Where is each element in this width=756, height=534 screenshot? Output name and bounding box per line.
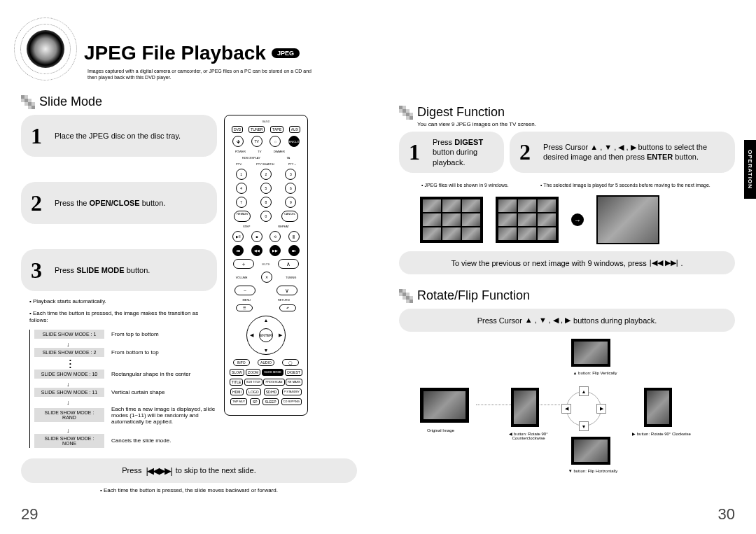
rotate-heading: Rotate/Flip Function (417, 288, 530, 303)
step-number: 3 (31, 258, 48, 283)
down-arrow-icon: ▼ (579, 421, 589, 431)
flip-horizontal-thumb (571, 437, 610, 465)
step-number: 1 (31, 123, 48, 149)
right-label: ▶ button: Rotate 90° Clockwise (630, 431, 693, 436)
skip-slide-bar: Press |◀◀ ▶▶| to skip to the next slide. (21, 458, 357, 483)
power-icon: ⏻ (232, 136, 244, 147)
step-number: 1 (409, 139, 426, 165)
slide-step-1: 1 Place the JPEG disc on the disc tray. (21, 115, 217, 157)
step-number: 2 (31, 190, 48, 216)
slide-step-3: 3 Press SLIDE MODE button. (21, 249, 217, 291)
original-image-thumb (420, 388, 469, 423)
step-text: Place the JPEG disc on the disc tray. (55, 131, 181, 141)
up-label: ▲ button: Flip Vertically (567, 371, 623, 375)
selected-thumb (596, 195, 659, 244)
step-text: Press SLIDE MODE button. (55, 265, 150, 275)
digest-header: Digest Function (399, 105, 735, 120)
remote-dpad: ▲ ▼ ◀ ▶ ENTER (246, 316, 286, 355)
note-playback-auto: Playback starts automatically. (29, 298, 217, 305)
skip-icons: |◀◀ ▶▶| (146, 465, 171, 476)
digest-note: You can view 9 JPEG images on the TV scr… (417, 121, 735, 127)
original-label: Original Image (427, 428, 454, 433)
thumb-grid-9 (420, 197, 483, 243)
step-text: Press Cursor ▲ , ▼ , ◀ , ▶ buttons to se… (543, 142, 725, 162)
page-number-right: 30 (718, 505, 735, 524)
step-text: Press the OPEN/CLOSE button. (55, 198, 165, 208)
side-tab-operation: OPERATION (744, 140, 756, 199)
step-text: Press DIGEST button during playback. (433, 137, 494, 167)
remote-control-diagram: BAND DVDTUNERTAPEAUX ⏻TV☼OPEN/CLOSE POWE… (224, 115, 308, 416)
skip-icons: |◀◀ ▶▶| (650, 258, 678, 267)
digest-step-2: 2 Press Cursor ▲ , ▼ , ◀ , ▶ buttons to … (510, 132, 735, 173)
page-title: JPEG File Playback JPEG (84, 42, 357, 64)
prev-next-bar: To view the previous or next image with … (399, 251, 735, 274)
rotate-diagram: Original Image ▲ ▼ ◀ ▶ ▲ button: Flip Ve… (399, 339, 735, 479)
slide-mode-heading: Slide Mode (39, 94, 102, 109)
up-arrow-icon: ▲ (579, 386, 589, 396)
jpeg-badge: JPEG (272, 48, 300, 58)
slide-mode-header: Slide Mode (21, 94, 357, 109)
rotate-cw-thumb (644, 388, 672, 427)
enter-icon: → (571, 213, 584, 226)
down-arrow-icon: ↓ (66, 341, 217, 348)
thumb-grid-9 (496, 197, 559, 243)
checker-icon (399, 289, 413, 303)
slide-mode-list: SLIDE SHOW MODE : 1From top to bottom ↓ … (29, 330, 217, 447)
cursor-arrows-icon: ▲ , ▼ , ◀ , ▶ (590, 143, 636, 151)
dpad-icon: ▲ ▼ ◀ ▶ (566, 391, 601, 426)
digest-thumbnails-row: → (420, 195, 735, 244)
title-text: JPEG File Playback (84, 42, 266, 64)
slide-step-2: 2 Press the OPEN/CLOSE button. (21, 182, 217, 224)
mode-row: SLIDE SHOW MODE : 10Rectangular shape in… (34, 370, 217, 379)
down-arrow-icon: ↓ (66, 381, 217, 388)
speaker-icon (14, 17, 77, 80)
note-transition: Each time the button is pressed, the ima… (29, 310, 217, 325)
down-label: ▼ button: Flip Horizontally (561, 469, 624, 473)
digest-step-1: 1 Press DIGEST button during playback. (399, 132, 504, 173)
digest-heading: Digest Function (417, 105, 505, 120)
right-arrow-icon: ▶ (596, 404, 606, 414)
flip-vertical-thumb (571, 339, 610, 367)
mode-row: SLIDE SHOW MODE : NONECancels the slide … (34, 434, 217, 448)
mode-row: SLIDE SHOW MODE : 2From bottom to top (34, 348, 217, 357)
left-label: ◀ button: Rotate 90° Counterclockwise (504, 431, 553, 440)
down-arrow-icon: ↓ (66, 399, 217, 406)
page-number-left: 29 (21, 505, 38, 524)
ellipsis-icon: ••• (69, 359, 217, 369)
page-subtitle: Images captured with a digital camera or… (88, 68, 312, 80)
left-arrow-icon: ◀ (561, 404, 571, 414)
digest-step2-note: The selected image is played for 5 secon… (540, 183, 710, 188)
step-number: 2 (519, 139, 536, 165)
rotate-ccw-thumb (511, 388, 539, 427)
checker-icon (399, 106, 413, 120)
bottom-note: Each time the button is pressed, the sli… (21, 487, 357, 494)
rotate-header: Rotate/Flip Function (399, 288, 735, 303)
mode-row: SLIDE SHOW MODE : RANDEach time a new im… (34, 406, 217, 425)
mode-row: SLIDE SHOW MODE : 1From top to bottom (34, 330, 217, 339)
down-arrow-icon: ↓ (66, 427, 217, 434)
mode-row: SLIDE SHOW MODE : 11Vertical curtain sha… (34, 388, 217, 397)
digest-step1-note: JPEG files will be shown in 9 windows. (421, 183, 512, 188)
cursor-arrows-icon: ▲ , ▼ , ◀ , ▶ (525, 316, 570, 325)
rotate-step-bar: Press Cursor ▲ , ▼ , ◀ , ▶ buttons durin… (399, 309, 735, 332)
checker-icon (21, 95, 35, 109)
